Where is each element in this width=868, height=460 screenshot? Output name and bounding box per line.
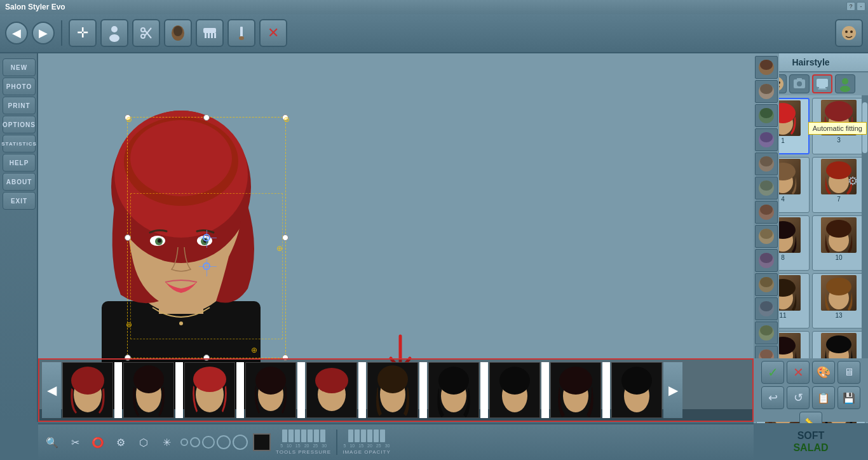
mini-thumb-9[interactable]	[755, 249, 778, 272]
strip-item-7[interactable]	[428, 362, 479, 418]
person-tool-button[interactable]	[100, 19, 128, 47]
mini-thumb-7[interactable]	[755, 201, 778, 224]
scissors-tool-button[interactable]	[132, 19, 160, 47]
action-paint-button[interactable]: 🎨	[812, 361, 835, 384]
svg-point-84	[826, 220, 851, 238]
hairstyle-cell-3[interactable]: 3	[812, 98, 865, 154]
minimize-button[interactable]: -	[857, 2, 865, 11]
action-screen-button[interactable]: 🖥	[837, 361, 860, 384]
strip-item-9[interactable]	[550, 362, 601, 418]
svg-point-103	[760, 108, 773, 118]
mini-thumb-10[interactable]	[755, 273, 778, 296]
nav-next-button[interactable]: ▶	[32, 22, 55, 44]
circle-xxl[interactable]	[233, 435, 248, 450]
delete-tool-button[interactable]: ✕	[259, 19, 287, 47]
strip-item-2[interactable]	[123, 362, 174, 418]
mini-thumb-6[interactable]	[755, 177, 778, 200]
sidebar-item-new[interactable]: NEW	[3, 58, 36, 76]
sidebar-item-about[interactable]: ABOUT	[3, 173, 36, 191]
opacity-tick	[361, 430, 366, 442]
scissors-icon	[137, 24, 155, 42]
star-tool[interactable]: ✳	[158, 433, 175, 451]
face-view-button[interactable]	[835, 19, 863, 47]
strip-item-10[interactable]	[611, 362, 662, 418]
action-x-button[interactable]: ✕	[787, 361, 810, 384]
hairstyle-cell-13[interactable]: 13	[812, 273, 865, 328]
pressure-tick	[282, 430, 287, 442]
nav-prev-button[interactable]: ◀	[5, 22, 28, 44]
color-swatch[interactable]	[253, 433, 271, 451]
tab-computer[interactable]	[812, 74, 832, 93]
mini-thumb-1[interactable]	[755, 56, 778, 79]
pressure-num: 15	[295, 443, 301, 448]
svg-point-111	[760, 205, 773, 215]
mini-thumb-8[interactable]	[755, 225, 778, 248]
comb-tool-button[interactable]	[196, 19, 224, 47]
action-refresh-button[interactable]: ↺	[787, 386, 810, 409]
mini-thumb-2[interactable]	[755, 80, 778, 103]
svg-point-43	[255, 367, 286, 395]
toolbar-separator-1	[61, 20, 62, 46]
strip-item-6[interactable]	[367, 362, 418, 418]
circle-sm[interactable]	[180, 438, 188, 446]
action-save-button[interactable]: 💾	[837, 386, 860, 409]
sidebar-item-options[interactable]: OPTIONS	[3, 116, 36, 133]
action-undo-button[interactable]: ↩	[761, 386, 784, 409]
hair-tool-button[interactable]	[164, 19, 192, 47]
svg-point-105	[760, 132, 773, 142]
mini-thumb-4[interactable]	[755, 128, 778, 151]
svg-point-66	[797, 81, 802, 86]
sidebar-item-exit[interactable]: EXIT	[3, 192, 36, 210]
window-controls[interactable]: ? -	[846, 2, 865, 11]
svg-point-3	[141, 34, 145, 38]
panel-scroll-thumb[interactable]	[862, 102, 867, 153]
handle-mr[interactable]	[282, 234, 288, 241]
circle-md[interactable]	[190, 437, 200, 447]
select-tool[interactable]: ⬡	[135, 433, 153, 451]
strip-item-4[interactable]	[245, 362, 296, 418]
circle-lg[interactable]	[202, 436, 215, 449]
ring-tool[interactable]: ⭕	[89, 433, 107, 451]
left-thumbs-column	[754, 53, 779, 371]
svg-point-1	[109, 34, 119, 42]
settings-gear-button[interactable]: ⚙	[848, 174, 860, 187]
tick-top-left: ⊕	[126, 115, 132, 124]
search-tool[interactable]: 🔍	[43, 433, 61, 451]
pressure-tick	[320, 430, 325, 442]
strip-item-5[interactable]	[306, 362, 357, 418]
strip-item-3[interactable]	[184, 362, 235, 418]
svg-rect-70	[818, 88, 827, 90]
svg-point-17	[850, 30, 853, 33]
hairstyle-num-7: 7	[837, 196, 841, 203]
help-button[interactable]: ?	[846, 2, 855, 11]
mini-thumb-3[interactable]	[755, 104, 778, 127]
svg-point-40	[193, 367, 226, 392]
adjust-tool[interactable]: ⚙	[112, 433, 130, 451]
sidebar-item-photo[interactable]: PHOTO	[3, 78, 36, 95]
brush-tool-button[interactable]	[227, 19, 255, 47]
strip-prev-button[interactable]: ◀	[42, 362, 61, 418]
svg-point-113	[760, 229, 773, 239]
strip-next-button[interactable]: ▶	[663, 362, 682, 418]
tab-person[interactable]	[835, 74, 855, 93]
svg-rect-68	[817, 79, 828, 87]
move-tool-button[interactable]: ✛	[69, 19, 97, 47]
tab-photo[interactable]	[789, 74, 810, 93]
sidebar-item-statistics[interactable]: STATISTICS	[3, 135, 36, 152]
strip-item-1[interactable]	[62, 362, 113, 418]
sidebar-item-help[interactable]: HELP	[3, 154, 36, 172]
hairstyle-cell-10[interactable]: 10	[812, 215, 865, 271]
svg-point-72	[840, 86, 850, 92]
svg-point-107	[760, 156, 773, 166]
strip-item-8[interactable]	[489, 362, 540, 418]
action-check-button[interactable]: ✓	[761, 361, 784, 384]
circle-xl[interactable]	[217, 435, 231, 449]
mini-thumb-11[interactable]	[755, 297, 778, 320]
mini-thumb-12[interactable]	[755, 321, 778, 344]
svg-point-76	[825, 101, 853, 121]
cut-tool[interactable]: ✂	[66, 433, 84, 451]
action-copy-button[interactable]: 📋	[812, 386, 835, 409]
mini-thumb-5[interactable]	[755, 152, 778, 175]
svg-rect-12	[214, 33, 216, 38]
sidebar-item-print[interactable]: PRINT	[3, 97, 36, 114]
